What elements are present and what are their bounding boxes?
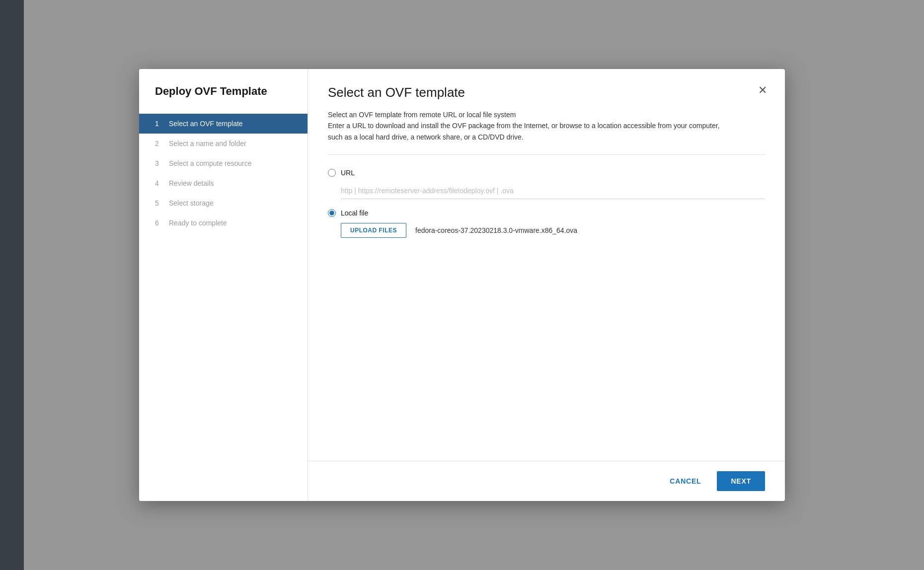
uploaded-file-name: fedora-coreos-37.20230218.3.0-vmware.x86… xyxy=(415,226,577,234)
close-button[interactable]: ✕ xyxy=(756,83,769,98)
main-body: URL Local file UPLOAD FILES fedora-c xyxy=(308,155,785,461)
sidebar-item-1-num: 1 xyxy=(155,120,164,128)
sidebar-item-6[interactable]: 6 Ready to complete xyxy=(139,213,308,233)
sidebar-item-6-num: 6 xyxy=(155,219,164,227)
deploy-ovf-dialog: Deploy OVF Template 1 Select an OVF temp… xyxy=(139,69,785,501)
url-input[interactable] xyxy=(341,183,765,199)
wizard-sidebar: Deploy OVF Template 1 Select an OVF temp… xyxy=(139,69,308,501)
local-file-radio-input[interactable] xyxy=(328,209,336,217)
description-line1: Select an OVF template from remote URL o… xyxy=(328,109,765,120)
main-header: Select an OVF template ✕ Select an OVF t… xyxy=(308,69,785,142)
dialog-footer: CANCEL NEXT xyxy=(308,461,785,501)
sidebar-item-3[interactable]: 3 Select a compute resource xyxy=(139,153,308,173)
sidebar-item-5-label: Select storage xyxy=(169,199,214,207)
sidebar-item-4[interactable]: 4 Review details xyxy=(139,173,308,193)
upload-files-button[interactable]: UPLOAD FILES xyxy=(341,223,406,238)
url-radio-item[interactable]: URL xyxy=(328,169,765,177)
sidebar-item-4-label: Review details xyxy=(169,179,214,187)
sidebar-item-2-label: Select a name and folder xyxy=(169,140,246,147)
next-button[interactable]: NEXT xyxy=(717,471,765,491)
url-input-container xyxy=(341,183,765,199)
url-radio-group: URL Local file UPLOAD FILES fedora-c xyxy=(328,169,765,238)
cancel-button[interactable]: CANCEL xyxy=(660,472,711,490)
sidebar-item-5[interactable]: 5 Select storage xyxy=(139,193,308,213)
main-title: Select an OVF template xyxy=(328,85,765,100)
local-file-radio-label: Local file xyxy=(341,209,368,217)
sidebar-item-1[interactable]: 1 Select an OVF template xyxy=(139,114,308,134)
local-file-radio-item[interactable]: Local file xyxy=(328,209,765,217)
local-file-row: UPLOAD FILES fedora-coreos-37.20230218.3… xyxy=(341,223,765,238)
sidebar-item-2[interactable]: 2 Select a name and folder xyxy=(139,134,308,153)
sidebar-item-2-num: 2 xyxy=(155,140,164,147)
url-radio-input[interactable] xyxy=(328,169,336,177)
wizard-title: Deploy OVF Template xyxy=(139,85,308,114)
sidebar-item-3-num: 3 xyxy=(155,159,164,167)
main-content: Select an OVF template ✕ Select an OVF t… xyxy=(308,69,785,501)
sidebar-item-5-num: 5 xyxy=(155,199,164,207)
sidebar-item-4-num: 4 xyxy=(155,179,164,187)
sidebar-item-3-label: Select a compute resource xyxy=(169,159,252,167)
sidebar-item-6-label: Ready to complete xyxy=(169,219,227,227)
sidebar-item-1-label: Select an OVF template xyxy=(169,120,243,128)
description-line2: Enter a URL to download and install the … xyxy=(328,120,765,131)
description-line3: such as a local hard drive, a network sh… xyxy=(328,132,765,142)
url-radio-label: URL xyxy=(341,169,355,177)
